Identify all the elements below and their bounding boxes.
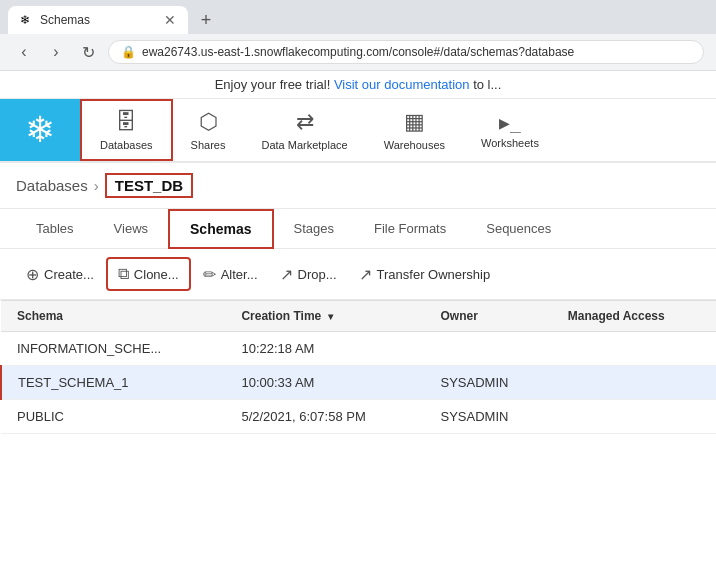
breadcrumb-separator: › [94,177,99,194]
trial-text: Enjoy your free trial! [215,77,331,92]
transfer-ownership-button[interactable]: ↗ Transfer Ownership [349,259,501,290]
browser-chrome: ❄ Schemas ✕ + ‹ › ↻ 🔒 ewa26743.us-east-1… [0,0,716,71]
create-label: Create... [44,267,94,282]
nav-item-warehouses[interactable]: ▦ Warehouses [366,99,463,161]
tab-favicon: ❄ [20,13,34,27]
table-row[interactable]: INFORMATION_SCHE... 10:22:18 AM [1,332,716,366]
url-text: ewa26743.us-east-1.snowflakecomputing.co… [142,45,691,59]
tab-stages[interactable]: Stages [274,211,354,246]
forward-button[interactable]: › [44,40,68,64]
data-marketplace-icon: ⇄ [296,109,314,135]
tab-title: Schemas [40,13,158,27]
tab-views[interactable]: Views [94,211,168,246]
breadcrumb-root[interactable]: Databases [16,177,88,194]
tab-sequences[interactable]: Sequences [466,211,571,246]
tab-tables[interactable]: Tables [16,211,94,246]
transfer-ownership-icon: ↗ [359,265,372,284]
sort-icon: ▾ [328,311,333,322]
back-button[interactable]: ‹ [12,40,36,64]
reload-button[interactable]: ↻ [76,40,100,64]
cell-creation-time: 5/2/2021, 6:07:58 PM [225,400,424,434]
col-header-owner: Owner [425,301,552,332]
cell-managed-access [552,366,716,400]
table-row[interactable]: TEST_SCHEMA_1 10:00:33 AM SYSADMIN [1,366,716,400]
cell-owner [425,332,552,366]
breadcrumb-current: TEST_DB [105,173,193,198]
nav-data-marketplace-label: Data Marketplace [261,139,347,151]
databases-icon: 🗄 [115,109,137,135]
new-tab-button[interactable]: + [192,6,220,34]
tab-file-formats[interactable]: File Formats [354,211,466,246]
nav-item-databases[interactable]: 🗄 Databases [80,99,173,161]
drop-button[interactable]: ↗ Drop... [270,259,347,290]
app-header: ❄ 🗄 Databases ⬡ Shares ⇄ Data Marketplac… [0,99,716,163]
selected-schema-name: TEST_SCHEMA_1 [18,375,129,390]
shares-icon: ⬡ [199,109,218,135]
cell-schema: TEST_SCHEMA_1 [1,366,225,400]
col-header-schema: Schema [1,301,225,332]
cell-schema: PUBLIC [1,400,225,434]
alter-button[interactable]: ✏ Alter... [193,259,268,290]
col-header-creation-time[interactable]: Creation Time ▾ [225,301,424,332]
alter-icon: ✏ [203,265,216,284]
tab-close-button[interactable]: ✕ [164,12,176,28]
url-bar[interactable]: 🔒 ewa26743.us-east-1.snowflakecomputing.… [108,40,704,64]
cell-owner: SYSADMIN [425,366,552,400]
nav-item-shares[interactable]: ⬡ Shares [173,99,244,161]
tab-bar: ❄ Schemas ✕ + [0,0,716,34]
trial-banner: Enjoy your free trial! Visit our documen… [0,71,716,99]
toolbar: ⊕ Create... ⧉ Clone... ✏ Alter... ↗ Drop… [0,249,716,300]
cell-owner: SYSADMIN [425,400,552,434]
col-schema-label: Schema [17,309,63,323]
create-button[interactable]: ⊕ Create... [16,259,104,290]
nav-shares-label: Shares [191,139,226,151]
logo-area: ❄ [0,99,80,161]
table-body: INFORMATION_SCHE... 10:22:18 AM TEST_SCH… [1,332,716,434]
tab-schemas[interactable]: Schemas [168,209,273,249]
col-header-managed-access: Managed Access [552,301,716,332]
nav-items: 🗄 Databases ⬡ Shares ⇄ Data Marketplace … [80,99,557,161]
lock-icon: 🔒 [121,45,136,59]
cell-managed-access [552,400,716,434]
cell-creation-time: 10:00:33 AM [225,366,424,400]
nav-item-worksheets[interactable]: ▶_ Worksheets [463,99,557,161]
clone-label: Clone... [134,267,179,282]
nav-item-data-marketplace[interactable]: ⇄ Data Marketplace [243,99,365,161]
alter-label: Alter... [221,267,258,282]
nav-worksheets-label: Worksheets [481,137,539,149]
trial-suffix: to l... [473,77,501,92]
transfer-ownership-label: Transfer Ownership [377,267,491,282]
worksheets-icon: ▶_ [499,112,521,133]
cell-schema: INFORMATION_SCHE... [1,332,225,366]
clone-button[interactable]: ⧉ Clone... [106,257,191,291]
nav-databases-label: Databases [100,139,153,151]
col-creation-time-label: Creation Time [241,309,321,323]
address-bar: ‹ › ↻ 🔒 ewa26743.us-east-1.snowflakecomp… [0,34,716,70]
nav-warehouses-label: Warehouses [384,139,445,151]
tabs-bar: Tables Views Schemas Stages File Formats… [0,209,716,249]
col-managed-access-label: Managed Access [568,309,665,323]
clone-icon: ⧉ [118,265,129,283]
snowflake-logo: ❄ [25,109,55,151]
trial-link[interactable]: Visit our documentation [334,77,470,92]
drop-label: Drop... [298,267,337,282]
cell-creation-time: 10:22:18 AM [225,332,424,366]
breadcrumb: Databases › TEST_DB [0,163,716,209]
create-icon: ⊕ [26,265,39,284]
schemas-table: Schema Creation Time ▾ Owner Managed Acc… [0,300,716,434]
table-header: Schema Creation Time ▾ Owner Managed Acc… [1,301,716,332]
cell-managed-access [552,332,716,366]
warehouses-icon: ▦ [404,109,425,135]
drop-icon: ↗ [280,265,293,284]
table-container: Schema Creation Time ▾ Owner Managed Acc… [0,300,716,434]
table-header-row: Schema Creation Time ▾ Owner Managed Acc… [1,301,716,332]
table-row[interactable]: PUBLIC 5/2/2021, 6:07:58 PM SYSADMIN [1,400,716,434]
active-tab: ❄ Schemas ✕ [8,6,188,34]
col-owner-label: Owner [441,309,478,323]
